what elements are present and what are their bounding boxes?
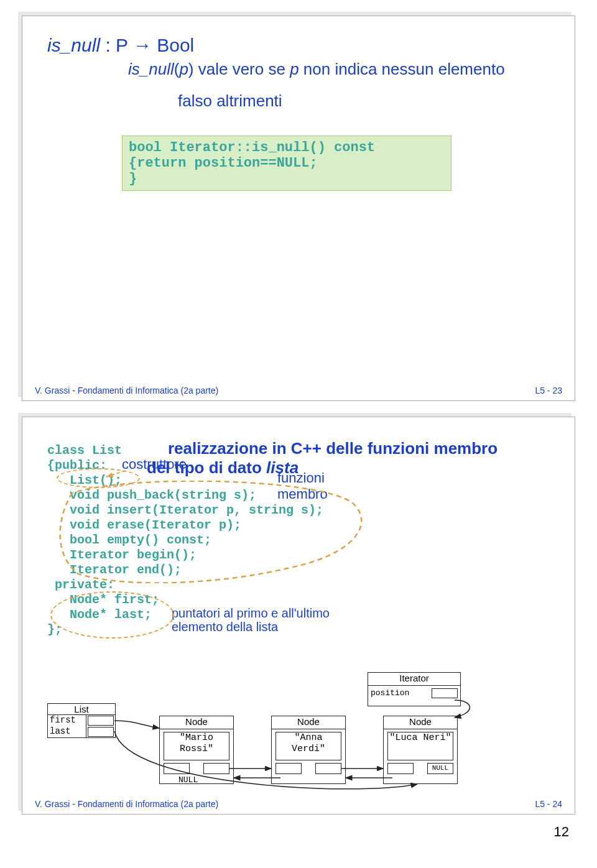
code-block-1: bool Iterator::is_null() const {return p… [122, 136, 451, 191]
arrow-icon: → [133, 35, 152, 55]
slide2-code-area: realizzazione in C++ delle funzioni memb… [47, 439, 550, 675]
oval-private [50, 591, 174, 639]
label-puntatori: puntatori al primo e all'ultimo elemento… [172, 606, 358, 634]
page-number: 12 [0, 824, 569, 840]
list-box: List first last [47, 703, 116, 738]
slide1-subtitle-2: falso altrimenti [178, 91, 550, 111]
slide-1: is_null : P → Bool is_null(p) vale vero … [22, 16, 575, 401]
slide1-footer: V. Grassi - Fondamenti di Informatica (2… [35, 386, 562, 395]
node-3: Node "Luca Neri" NULL [383, 716, 458, 784]
slide2-footer: V. Grassi - Fondamenti di Informatica (2… [35, 799, 562, 809]
node-1: Node "Mario Rossi" NULL [159, 716, 234, 784]
title-fn: is_null [47, 35, 100, 55]
oval-funzioni [53, 481, 389, 583]
iterator-slot [432, 688, 458, 698]
slide1-title: is_null : P → Bool [47, 35, 550, 56]
svg-marker-1 [106, 473, 113, 478]
code-block-2: class List {public: List(); void push_ba… [47, 443, 550, 637]
node-2: Node "Anna Verdi" [271, 716, 346, 784]
arrow-costruttore [103, 468, 141, 481]
slide1-subtitle-1: is_null(p) vale vero se p non indica nes… [128, 60, 550, 79]
iterator-box: Iterator position [368, 672, 461, 706]
slide-2: realizzazione in C++ delle funzioni memb… [22, 417, 575, 815]
linked-list-diagram: Iterator position List first last Node "… [47, 681, 550, 787]
